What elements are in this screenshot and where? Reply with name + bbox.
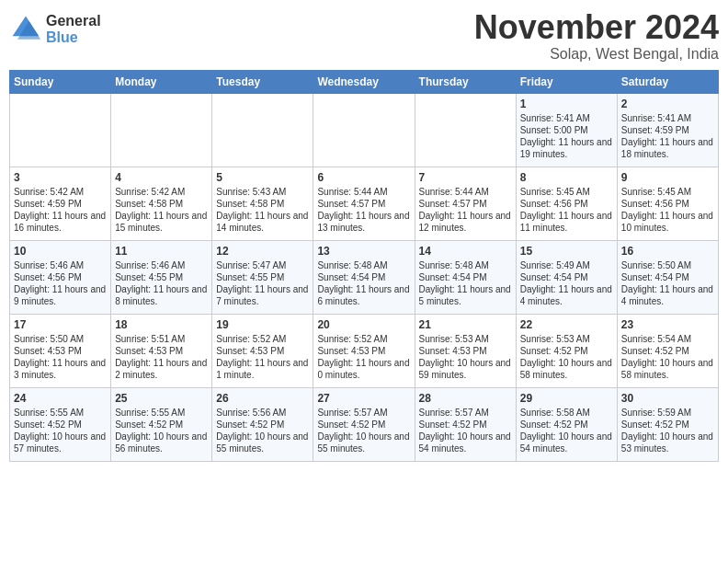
cell-content: Sunrise: 5:55 AM	[115, 407, 208, 419]
day-number: 30	[621, 392, 714, 405]
calendar-cell: 25Sunrise: 5:55 AMSunset: 4:52 PMDayligh…	[111, 387, 212, 461]
weekday-header: Thursday	[415, 70, 516, 93]
calendar-cell: 24Sunrise: 5:55 AMSunset: 4:52 PMDayligh…	[10, 387, 111, 461]
calendar-cell: 2Sunrise: 5:41 AMSunset: 4:59 PMDaylight…	[617, 93, 718, 167]
cell-content: Daylight: 11 hours and 4 minutes.	[520, 283, 613, 307]
cell-content: Sunset: 4:56 PM	[520, 198, 613, 210]
cell-content: Daylight: 10 hours and 56 minutes.	[115, 431, 208, 454]
day-number: 7	[419, 171, 512, 184]
day-number: 10	[14, 245, 107, 258]
cell-content: Sunrise: 5:50 AM	[14, 333, 107, 345]
cell-content: Sunset: 4:54 PM	[317, 271, 410, 283]
cell-content: Sunrise: 5:53 AM	[419, 333, 512, 345]
calendar-cell: 29Sunrise: 5:58 AMSunset: 4:52 PMDayligh…	[516, 387, 617, 461]
calendar-cell	[10, 93, 111, 167]
day-number: 29	[520, 392, 613, 405]
calendar-cell: 23Sunrise: 5:54 AMSunset: 4:52 PMDayligh…	[617, 314, 718, 387]
cell-content: Sunrise: 5:42 AM	[115, 186, 208, 198]
day-number: 22	[520, 318, 613, 331]
weekday-header: Monday	[111, 70, 212, 93]
header-row: SundayMondayTuesdayWednesdayThursdayFrid…	[10, 70, 719, 93]
cell-content: Sunrise: 5:42 AM	[14, 186, 107, 198]
calendar-cell: 5Sunrise: 5:43 AMSunset: 4:58 PMDaylight…	[212, 167, 313, 240]
cell-content: Daylight: 11 hours and 7 minutes.	[216, 283, 309, 307]
cell-content: Daylight: 10 hours and 57 minutes.	[14, 431, 107, 454]
calendar-cell: 11Sunrise: 5:46 AMSunset: 4:55 PMDayligh…	[111, 240, 212, 314]
cell-content: Daylight: 10 hours and 55 minutes.	[216, 431, 309, 454]
location-text: Solap, West Bengal, India	[474, 46, 719, 63]
cell-content: Sunset: 4:52 PM	[115, 419, 208, 431]
calendar-cell: 22Sunrise: 5:53 AMSunset: 4:52 PMDayligh…	[516, 314, 617, 387]
cell-content: Sunrise: 5:54 AM	[621, 333, 714, 345]
calendar-row: 24Sunrise: 5:55 AMSunset: 4:52 PMDayligh…	[10, 387, 719, 461]
cell-content: Sunrise: 5:45 AM	[621, 186, 714, 198]
cell-content: Sunset: 4:53 PM	[216, 345, 309, 357]
cell-content: Sunset: 4:57 PM	[419, 198, 512, 210]
cell-content: Sunset: 4:59 PM	[14, 198, 107, 210]
day-number: 25	[115, 392, 208, 405]
weekday-header: Tuesday	[212, 70, 313, 93]
calendar-cell	[111, 93, 212, 167]
day-number: 18	[115, 318, 208, 331]
cell-content: Sunset: 4:55 PM	[216, 271, 309, 283]
cell-content: Sunset: 4:53 PM	[317, 345, 410, 357]
cell-content: Sunrise: 5:57 AM	[419, 407, 512, 419]
cell-content: Daylight: 11 hours and 11 minutes.	[520, 210, 613, 234]
calendar-cell	[212, 93, 313, 167]
calendar-cell	[313, 93, 415, 167]
cell-content: Sunset: 4:52 PM	[419, 419, 512, 431]
calendar-cell: 16Sunrise: 5:50 AMSunset: 4:54 PMDayligh…	[617, 240, 718, 314]
cell-content: Sunrise: 5:52 AM	[317, 333, 410, 345]
day-number: 4	[115, 171, 208, 184]
cell-content: Daylight: 10 hours and 59 minutes.	[419, 357, 512, 381]
cell-content: Sunset: 4:58 PM	[115, 198, 208, 210]
cell-content: Sunrise: 5:43 AM	[216, 186, 309, 198]
day-number: 16	[621, 245, 714, 258]
cell-content: Sunrise: 5:53 AM	[520, 333, 613, 345]
calendar-cell: 1Sunrise: 5:41 AMSunset: 5:00 PMDaylight…	[516, 93, 617, 167]
calendar-row: 1Sunrise: 5:41 AMSunset: 5:00 PMDaylight…	[10, 93, 719, 167]
cell-content: Daylight: 11 hours and 15 minutes.	[115, 210, 208, 234]
calendar-cell: 6Sunrise: 5:44 AMSunset: 4:57 PMDaylight…	[313, 167, 415, 240]
cell-content: Sunset: 4:54 PM	[520, 271, 613, 283]
cell-content: Daylight: 11 hours and 13 minutes.	[317, 210, 410, 234]
cell-content: Daylight: 10 hours and 58 minutes.	[621, 357, 714, 381]
cell-content: Sunset: 4:52 PM	[621, 345, 714, 357]
day-number: 6	[317, 171, 410, 184]
calendar-cell: 27Sunrise: 5:57 AMSunset: 4:52 PMDayligh…	[313, 387, 415, 461]
cell-content: Sunrise: 5:52 AM	[216, 333, 309, 345]
calendar-cell: 30Sunrise: 5:59 AMSunset: 4:52 PMDayligh…	[617, 387, 718, 461]
calendar-row: 17Sunrise: 5:50 AMSunset: 4:53 PMDayligh…	[10, 314, 719, 387]
cell-content: Daylight: 10 hours and 53 minutes.	[621, 431, 714, 454]
day-number: 1	[520, 98, 613, 110]
calendar-cell: 10Sunrise: 5:46 AMSunset: 4:56 PMDayligh…	[10, 240, 111, 314]
day-number: 2	[621, 98, 714, 110]
cell-content: Sunset: 4:54 PM	[419, 271, 512, 283]
day-number: 15	[520, 245, 613, 258]
cell-content: Daylight: 11 hours and 14 minutes.	[216, 210, 309, 234]
cell-content: Sunset: 4:52 PM	[520, 345, 613, 357]
cell-content: Sunset: 4:58 PM	[216, 198, 309, 210]
calendar-cell: 12Sunrise: 5:47 AMSunset: 4:55 PMDayligh…	[212, 240, 313, 314]
logo-general-text: General	[46, 13, 101, 29]
calendar-cell: 9Sunrise: 5:45 AMSunset: 4:56 PMDaylight…	[617, 167, 718, 240]
cell-content: Sunset: 4:56 PM	[621, 198, 714, 210]
cell-content: Sunrise: 5:41 AM	[520, 112, 613, 124]
calendar-cell: 8Sunrise: 5:45 AMSunset: 4:56 PMDaylight…	[516, 167, 617, 240]
cell-content: Daylight: 11 hours and 18 minutes.	[621, 136, 714, 160]
calendar-cell: 28Sunrise: 5:57 AMSunset: 4:52 PMDayligh…	[415, 387, 516, 461]
cell-content: Daylight: 11 hours and 1 minute.	[216, 357, 309, 381]
cell-content: Sunset: 4:52 PM	[520, 419, 613, 431]
calendar-cell: 4Sunrise: 5:42 AMSunset: 4:58 PMDaylight…	[111, 167, 212, 240]
cell-content: Daylight: 11 hours and 16 minutes.	[14, 210, 107, 234]
day-number: 28	[419, 392, 512, 405]
cell-content: Sunrise: 5:44 AM	[419, 186, 512, 198]
cell-content: Daylight: 11 hours and 4 minutes.	[621, 283, 714, 307]
weekday-header: Wednesday	[313, 70, 415, 93]
day-number: 14	[419, 245, 512, 258]
cell-content: Sunrise: 5:55 AM	[14, 407, 107, 419]
cell-content: Sunset: 4:52 PM	[14, 419, 107, 431]
cell-content: Sunrise: 5:59 AM	[621, 407, 714, 419]
cell-content: Sunset: 4:52 PM	[621, 419, 714, 431]
cell-content: Daylight: 11 hours and 10 minutes.	[621, 210, 714, 234]
